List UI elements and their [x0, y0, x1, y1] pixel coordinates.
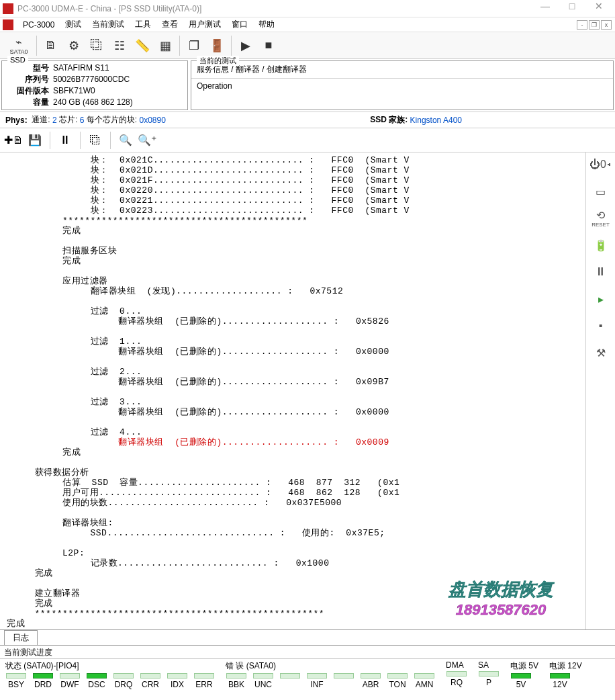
status-cell-label: BSY — [3, 680, 30, 689]
pause2-button[interactable]: II — [590, 263, 612, 281]
led-icon — [414, 673, 434, 679]
status-cell: INF — [303, 672, 330, 691]
menu-user-test[interactable]: 用户测试 — [183, 19, 226, 30]
play-button[interactable]: ▶ — [234, 34, 257, 57]
progress-label: 当前测试进度 — [4, 648, 52, 657]
status-cell-label: P — [475, 678, 502, 687]
status-group: 电源 5V5V — [508, 660, 541, 691]
serial-label: 序列号 — [6, 74, 53, 85]
menu-app[interactable]: PC-3000 — [17, 20, 60, 30]
log-pane[interactable]: 块： 0x021C........................... : F… — [0, 152, 585, 629]
exit-icon[interactable]: 🚪 — [205, 34, 228, 57]
ssd-group: SSD 型号SATAFIRM S11 序列号50026B7776000CDC 固… — [1, 60, 188, 110]
status-cell: BBK — [223, 672, 250, 691]
pause-button[interactable]: II — [54, 130, 76, 150]
app-icon — [3, 3, 13, 14]
status-group: 电源 12V12V — [547, 660, 585, 691]
status-cell: ERR — [191, 672, 218, 691]
status-cell-label: TON — [384, 680, 411, 689]
window-title: PC-3000 UDMA-E - China - [PS SSD Utility… — [17, 4, 532, 13]
led-icon — [253, 673, 273, 679]
status-cell: CRR — [137, 672, 164, 691]
menu-test[interactable]: 测试 — [60, 19, 87, 30]
status-cell-label: UNC — [250, 680, 277, 689]
status-area: 状态 (SATA0)-[PIO4]BSYDRDDWFDSCDRQCRRIDXER… — [0, 659, 615, 692]
progress-row: 当前测试进度 — [0, 646, 615, 659]
side-toolbar: ⏻0◂ ▭ ⟲RESET 🔋 II ▸ ▪ ⚒ — [585, 152, 615, 629]
new-log-button[interactable]: ✚🗎 — [3, 130, 24, 150]
menu-view[interactable]: 查看 — [156, 19, 183, 30]
find-button[interactable]: 🔍 — [115, 130, 136, 150]
status-cell: DSC — [83, 672, 110, 691]
ruler-icon[interactable]: 📏 — [131, 34, 154, 57]
next-icon[interactable]: ▸ — [590, 290, 612, 308]
led-icon — [334, 673, 354, 679]
led-icon — [167, 673, 187, 679]
settings-icon[interactable]: ⚒ — [590, 343, 612, 362]
copy2-button[interactable]: ⿻ — [85, 130, 106, 150]
status-cell: DWF — [56, 672, 83, 691]
serial-value: 50026B7776000CDC — [53, 74, 130, 85]
model-label: 型号 — [6, 62, 53, 74]
ssd-family: Kingston A400 — [410, 116, 462, 125]
mdi-restore-button[interactable]: ❐ — [589, 20, 600, 30]
status-group-title: 电源 12V — [547, 660, 585, 672]
led-icon — [33, 673, 53, 679]
led-icon — [361, 673, 381, 679]
battery-icon[interactable]: 🔋 — [590, 236, 612, 255]
tab-log[interactable]: 日志 — [4, 630, 38, 645]
status-group-title: 错 误 (SATA0) — [223, 660, 438, 672]
led-icon — [511, 673, 531, 679]
current-test-group: 当前的测试 服务信息 / 翻译器 / 创建翻译器 Operation — [191, 60, 614, 110]
status-group-title: 状态 (SATA0)-[PIO4] — [3, 660, 218, 672]
menu-help[interactable]: 帮助 — [253, 19, 280, 30]
close-button[interactable]: ✕ — [585, 1, 612, 17]
status-cell: 12V — [547, 672, 573, 691]
model-value: SATAFIRM S11 — [53, 62, 109, 74]
tab-bar: 日志 — [0, 629, 615, 646]
fw-label: 固件版本 — [6, 85, 53, 97]
list-icon[interactable]: ☷ — [108, 34, 131, 57]
led-icon — [479, 671, 499, 676]
power-button[interactable]: ⏻0◂ — [590, 155, 612, 174]
status-cell-label: INF — [303, 680, 330, 689]
cpu-icon[interactable]: ▪ — [590, 316, 612, 335]
breadcrumb: 服务信息 / 翻译器 / 创建翻译器 — [191, 61, 613, 79]
find-next-button[interactable]: 🔍⁺ — [136, 130, 158, 150]
menu-window[interactable]: 窗口 — [226, 19, 253, 30]
status-cell: BSY — [3, 672, 30, 691]
led-icon — [140, 673, 160, 679]
log-toolbar: ✚🗎 💾 II ⿻ 🔍 🔍⁺ — [0, 128, 615, 152]
phys-label: Phys: — [5, 116, 28, 125]
status-cell: 5V — [508, 672, 534, 691]
stop-button[interactable]: ■ — [257, 34, 280, 57]
grid-icon[interactable]: ▦ — [154, 34, 177, 57]
mdi-close-button[interactable]: x — [601, 20, 612, 30]
stack-icon[interactable]: ❐ — [183, 34, 205, 57]
status-cell-label: DRQ — [110, 680, 137, 689]
ssd-group-title: SSD — [7, 56, 28, 64]
minimize-button[interactable]: — — [532, 1, 559, 17]
reset-button[interactable]: ⟲RESET — [590, 209, 612, 228]
status-cell: TON — [384, 672, 411, 691]
info-bar: SSD 型号SATAFIRM S11 序列号50026B7776000CDC 固… — [0, 59, 615, 112]
status-cell: AMN — [411, 672, 438, 691]
copy-icon[interactable]: ⿻ — [85, 34, 108, 57]
menu-current-test[interactable]: 当前测试 — [87, 19, 130, 30]
status-cell-label: DRD — [30, 680, 56, 689]
status-cell: ABR — [357, 672, 384, 691]
status-cell-label: BBK — [223, 680, 250, 689]
chip-icon[interactable]: ▭ — [590, 182, 612, 201]
status-cell-label: ERR — [191, 680, 218, 689]
status-group: DMARQ — [443, 660, 470, 691]
gear-icon[interactable]: ⚙ — [62, 34, 85, 57]
menu-tools[interactable]: 工具 — [130, 19, 156, 30]
mdi-min-button[interactable]: - — [577, 20, 587, 30]
doc-icon[interactable]: 🗎 — [40, 34, 62, 57]
led-icon — [307, 673, 327, 679]
sata-port-button[interactable]: ⌁ SATA0 — [4, 34, 34, 57]
led-icon — [194, 673, 214, 679]
menu-bar: PC-3000 测试 当前测试 工具 查看 用户测试 窗口 帮助 - ❐ x — [0, 17, 615, 32]
save-log-button[interactable]: 💾 — [24, 130, 46, 150]
maximize-button[interactable]: □ — [559, 1, 585, 17]
